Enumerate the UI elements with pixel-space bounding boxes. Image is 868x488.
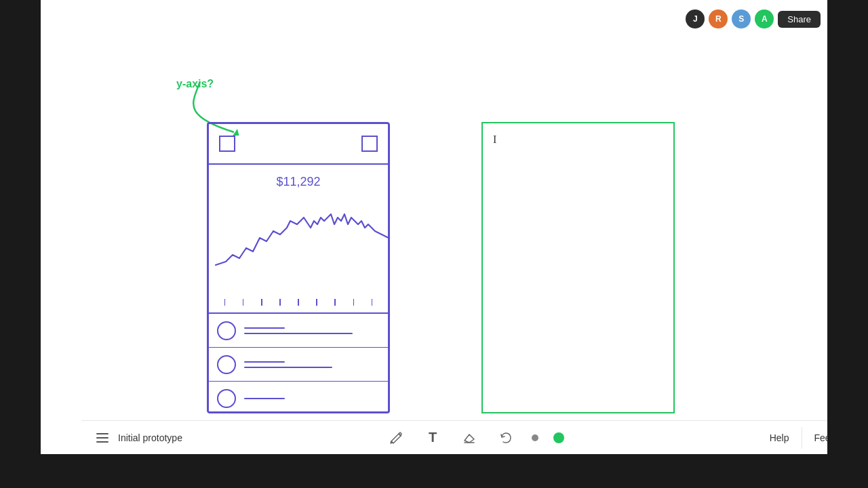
- avatar-a[interactable]: A: [755, 9, 774, 28]
- text-tool[interactable]: T: [422, 427, 443, 449]
- avatar-s[interactable]: S: [732, 9, 751, 28]
- undo-tool[interactable]: [495, 427, 517, 449]
- list-line-long: [244, 333, 353, 334]
- tick: [353, 299, 355, 306]
- list-avatar: [217, 389, 236, 408]
- list-item: [209, 382, 388, 415]
- list-line-short: [244, 398, 285, 399]
- list-avatar: [217, 355, 236, 374]
- project-name: Initial prototype: [118, 432, 182, 443]
- list-line-long: [244, 367, 332, 368]
- list-text-lines: [244, 327, 380, 334]
- canvas: J R S A Share y-axis? $11,292: [41, 0, 827, 454]
- tick: [224, 299, 226, 306]
- text-cursor: I: [493, 134, 496, 146]
- share-button[interactable]: Share: [778, 11, 821, 28]
- hamburger-menu[interactable]: [94, 430, 111, 445]
- list-text-lines: [244, 398, 380, 399]
- tick: [279, 299, 281, 306]
- pencil-tool[interactable]: [385, 427, 407, 449]
- list-line-short: [244, 327, 285, 329]
- list-avatar: [217, 321, 236, 340]
- list-text-lines: [244, 361, 380, 368]
- phone-top-bar: [209, 124, 388, 165]
- tick: [372, 299, 373, 306]
- chart-ticks: [209, 299, 388, 312]
- tick: [334, 299, 336, 306]
- bottom-bar: Initial prototype T: [81, 420, 868, 454]
- list-item: [209, 348, 388, 382]
- phone-sq-right: [361, 136, 378, 152]
- list-line-short: [244, 361, 285, 363]
- tick: [298, 299, 299, 306]
- tick: [243, 299, 244, 306]
- avatar-j[interactable]: J: [686, 9, 705, 28]
- eraser-tool[interactable]: [458, 427, 480, 449]
- annotation-box: I: [481, 122, 675, 413]
- avatar-r[interactable]: R: [709, 9, 728, 28]
- phone-chart-area: $11,292: [209, 165, 388, 314]
- phone-sq-left: [219, 136, 235, 152]
- bottom-toolbar: T: [385, 427, 564, 449]
- phone-wireframe: $11,292: [207, 122, 390, 413]
- tick: [316, 299, 317, 306]
- help-button[interactable]: Help: [757, 427, 802, 449]
- phone-list: [209, 314, 388, 411]
- top-toolbar: J R S A Share: [686, 9, 821, 28]
- tick: [261, 299, 262, 306]
- status-dot-gray: [532, 434, 538, 441]
- list-item: [209, 314, 388, 348]
- line-chart: [209, 177, 388, 299]
- status-dot-green[interactable]: [553, 432, 564, 443]
